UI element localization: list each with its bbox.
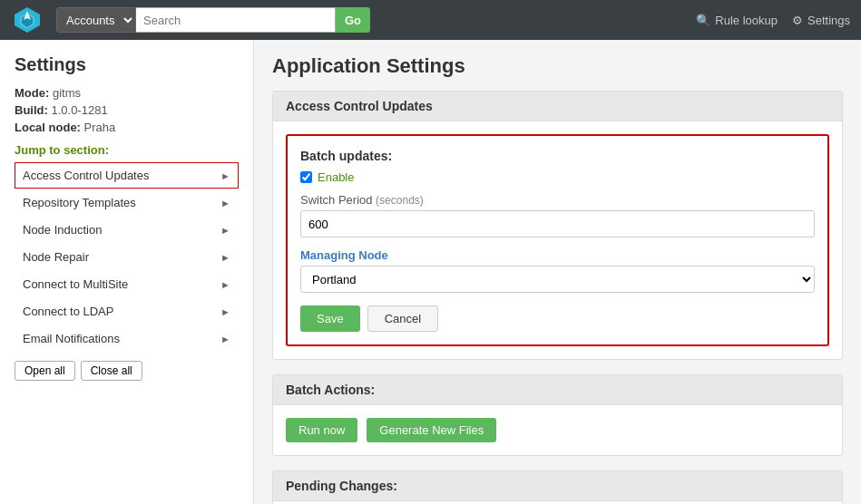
sidebar-item-access-control[interactable]: Access Control Updates ►: [15, 162, 239, 189]
generate-files-button[interactable]: Generate New Files: [367, 418, 496, 442]
enable-checkbox-row: Enable: [300, 170, 815, 184]
main-content: Application Settings Access Control Upda…: [254, 40, 861, 504]
jump-to-section-label: Jump to section:: [15, 143, 239, 157]
enable-label[interactable]: Enable: [318, 170, 354, 184]
batch-actions-body: Run now Generate New Files: [273, 405, 842, 455]
save-button[interactable]: Save: [300, 305, 360, 332]
search-group: Accounts Go: [56, 7, 370, 33]
access-control-header: Access Control Updates: [273, 92, 842, 121]
close-all-button[interactable]: Close all: [81, 361, 142, 381]
chevron-right-icon: ►: [220, 279, 230, 290]
access-control-section: Access Control Updates Batch updates: En…: [272, 91, 843, 360]
sidebar-mode: Mode: gitms: [15, 86, 239, 100]
sidebar-item-node-repair[interactable]: Node Repair ►: [15, 244, 239, 270]
app-logo[interactable]: [11, 4, 44, 36]
batch-updates-label: Batch updates:: [300, 149, 815, 163]
access-control-body: Batch updates: Enable Switch Period (sec…: [273, 121, 842, 359]
open-all-button[interactable]: Open all: [15, 361, 75, 381]
search-go-button[interactable]: Go: [336, 7, 370, 33]
main-layout: Settings Mode: gitms Build: 1.0.0-1281 L…: [0, 40, 861, 504]
sidebar-item-email-notifications[interactable]: Email Notifications ►: [15, 325, 239, 352]
sidebar-item-connect-ldap[interactable]: Connect to LDAP ►: [15, 298, 239, 325]
navbar-right: 🔍 Rule lookup ⚙ Settings: [696, 14, 850, 27]
sidebar-item-node-induction[interactable]: Node Induction ►: [15, 217, 239, 243]
batch-actions-header: Batch Actions:: [273, 375, 842, 405]
switch-period-input[interactable]: [300, 210, 815, 237]
sidebar-item-repository-templates[interactable]: Repository Templates ►: [15, 189, 239, 216]
rule-lookup-label: Rule lookup: [715, 14, 778, 27]
chevron-right-icon: ►: [220, 198, 230, 208]
chevron-right-icon: ►: [220, 170, 230, 181]
settings-link[interactable]: ⚙ Settings: [792, 14, 850, 27]
switch-period-label: Switch Period (seconds): [300, 193, 815, 207]
sidebar-title: Settings: [15, 54, 239, 75]
form-actions: Save Cancel: [300, 305, 815, 332]
chevron-right-icon: ►: [220, 306, 230, 317]
sidebar: Settings Mode: gitms Build: 1.0.0-1281 L…: [0, 40, 254, 504]
chevron-right-icon: ►: [220, 334, 230, 344]
managing-node-label: Managing Node: [300, 248, 815, 262]
rule-lookup-link[interactable]: 🔍 Rule lookup: [696, 14, 778, 27]
navbar: Accounts Go 🔍 Rule lookup ⚙ Settings: [0, 0, 861, 40]
search-input[interactable]: [136, 7, 336, 33]
search-scope-select[interactable]: Accounts: [56, 7, 136, 33]
sidebar-item-connect-multisite[interactable]: Connect to MultiSite ►: [15, 271, 239, 297]
cancel-button[interactable]: Cancel: [367, 305, 438, 332]
pending-changes-section: Pending Changes: Transaction: [272, 470, 843, 504]
batch-updates-form: Batch updates: Enable Switch Period (sec…: [286, 134, 829, 346]
sidebar-local-node: Local node: Praha: [15, 121, 239, 134]
enable-checkbox[interactable]: [300, 171, 312, 183]
page-title: Application Settings: [272, 54, 843, 78]
gear-icon: ⚙: [792, 14, 803, 27]
managing-node-select[interactable]: Portland Praha Berlin: [300, 266, 815, 293]
chevron-right-icon: ►: [220, 252, 230, 263]
managing-node-group: Managing Node Portland Praha Berlin: [300, 248, 815, 293]
search-icon: 🔍: [696, 14, 710, 27]
chevron-right-icon: ►: [220, 225, 230, 236]
sidebar-actions: Open all Close all: [15, 361, 239, 381]
settings-label: Settings: [807, 14, 850, 27]
sidebar-build: Build: 1.0.0-1281: [15, 103, 239, 117]
switch-period-group: Switch Period (seconds): [300, 193, 815, 237]
batch-actions-section: Batch Actions: Run now Generate New File…: [272, 374, 843, 456]
run-now-button[interactable]: Run now: [286, 418, 357, 442]
pending-changes-header: Pending Changes:: [273, 471, 842, 501]
